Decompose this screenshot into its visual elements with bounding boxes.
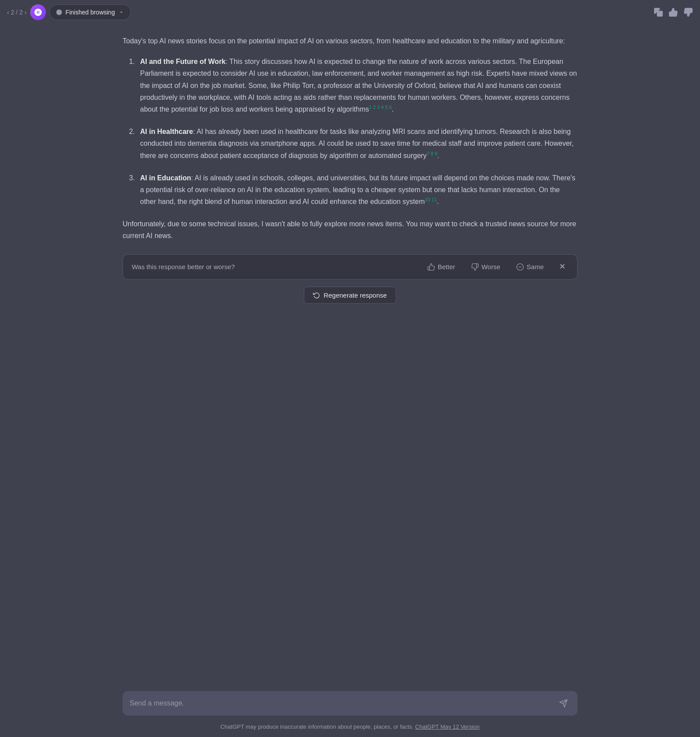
- list-title-1: AI and the Future of Work: [140, 58, 225, 65]
- regenerate-button[interactable]: Regenerate response: [304, 287, 396, 304]
- regenerate-icon: [313, 291, 320, 298]
- citation-3[interactable]: 10 11: [425, 197, 437, 202]
- loading-icon: [56, 9, 62, 15]
- main-content: Today's top AI news stories focus on the…: [0, 25, 700, 686]
- numbered-list: 1. AI and the Future of Work: This story…: [123, 56, 577, 207]
- list-punct-3: .: [437, 198, 439, 205]
- list-item: 2. AI in Healthcare: AI has already been…: [123, 126, 577, 161]
- browsing-pill[interactable]: Finished browsing: [49, 4, 131, 20]
- top-bar: ‹ 2 / 2 › Finished browsing: [0, 0, 700, 25]
- better-button[interactable]: Better: [424, 261, 459, 273]
- list-punct-2: .: [437, 152, 439, 159]
- footer: ChatGPT may produce inaccurate informati…: [0, 719, 700, 737]
- worse-button[interactable]: Worse: [468, 261, 504, 273]
- list-content: AI in Education: AI is already used in s…: [140, 172, 577, 208]
- input-box: [123, 691, 577, 716]
- nav-arrows[interactable]: ‹ 2 / 2 ›: [7, 7, 27, 17]
- thumbs-down-small-icon: [471, 263, 479, 271]
- nav-count: 2 / 2: [11, 7, 23, 17]
- better-label: Better: [438, 263, 455, 270]
- feedback-bar: Was this response better or worse? Bette…: [123, 254, 577, 280]
- list-body-2: : AI has already been used in healthcare…: [140, 128, 574, 159]
- feedback-question: Was this response better or worse?: [132, 262, 415, 272]
- regenerate-label: Regenerate response: [324, 291, 387, 299]
- send-button[interactable]: [556, 696, 570, 710]
- browsing-label: Finished browsing: [66, 7, 115, 17]
- list-number: 1.: [123, 56, 135, 115]
- thumbs-up-icon[interactable]: [668, 7, 678, 17]
- list-content: AI and the Future of Work: This story di…: [140, 56, 577, 115]
- thumbs-down-icon[interactable]: [683, 7, 693, 17]
- list-title-3: AI in Education: [140, 174, 191, 182]
- list-item: 1. AI and the Future of Work: This story…: [123, 56, 577, 115]
- copy-icon[interactable]: [654, 7, 663, 17]
- regenerate-container: Regenerate response: [123, 287, 577, 304]
- nav-next-icon[interactable]: ›: [25, 7, 27, 17]
- input-area: [0, 686, 700, 719]
- technical-note: Unfortunately, due to some technical iss…: [123, 218, 577, 242]
- message-input[interactable]: [130, 699, 552, 707]
- list-title-2: AI in Healthcare: [140, 128, 193, 135]
- svg-rect-1: [657, 11, 662, 16]
- same-icon: [516, 263, 524, 271]
- worse-label: Worse: [482, 263, 500, 270]
- list-punct-1: .: [392, 105, 394, 113]
- top-bar-right: [654, 7, 693, 17]
- footer-version-link[interactable]: ChatGPT May 12 Version: [415, 723, 479, 730]
- top-bar-left: ‹ 2 / 2 › Finished browsing: [7, 4, 131, 20]
- list-body-1: : This story discusses how AI is expecte…: [140, 58, 577, 113]
- send-icon: [559, 699, 568, 708]
- chevron-down-icon: [118, 9, 124, 15]
- list-number: 2.: [123, 126, 135, 161]
- thumbs-up-small-icon: [427, 263, 435, 271]
- nav-prev-icon[interactable]: ‹: [7, 7, 9, 17]
- list-item: 3. AI in Education: AI is already used i…: [123, 172, 577, 208]
- footer-text: ChatGPT may produce inaccurate informati…: [220, 723, 415, 730]
- close-feedback-button[interactable]: ✕: [556, 261, 568, 273]
- intro-text: Today's top AI news stories focus on the…: [123, 35, 577, 47]
- list-body-3: : AI is already used in schools, college…: [140, 174, 575, 205]
- list-number: 3.: [123, 172, 135, 208]
- citation-2[interactable]: 7 8 9: [427, 151, 437, 156]
- same-button[interactable]: Same: [513, 261, 547, 273]
- chatgpt-logo: [30, 4, 46, 20]
- list-content: AI in Healthcare: AI has already been us…: [140, 126, 577, 161]
- same-label: Same: [527, 263, 544, 270]
- citation-1[interactable]: 1 2 3 4 5 6: [369, 105, 392, 110]
